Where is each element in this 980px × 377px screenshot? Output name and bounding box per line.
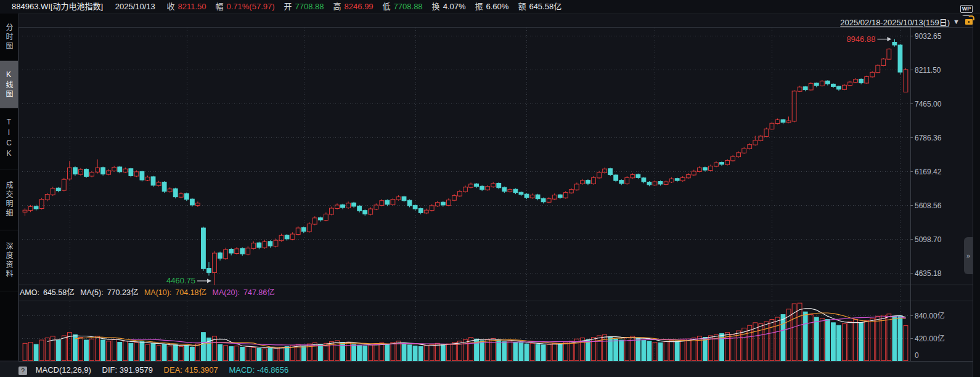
vol-ma5-label: MA(5): (80, 288, 104, 297)
quote-field-label: 额 (518, 2, 526, 11)
svg-text:4635.18: 4635.18 (915, 269, 942, 278)
expand-panel-tab[interactable]: » (964, 237, 973, 274)
macd-value: -46.8656 (257, 365, 288, 375)
quote-field-label: 收 (166, 2, 174, 11)
svg-text:9032.65: 9032.65 (915, 32, 942, 41)
help-icon[interactable]: ? (18, 367, 27, 375)
svg-text:6169.42: 6169.42 (915, 168, 942, 176)
kline-volume-chart[interactable]: 9032.658211.507465.006786.366169.425608.… (0, 0, 980, 377)
vol-ma10-label: MA(10): (144, 288, 171, 297)
quote-field-value: 6.60% (486, 2, 509, 11)
wp-logo-icon[interactable]: WP (959, 2, 974, 16)
sidebar-tab-label: TICK (5, 118, 14, 160)
sidebar-tab-成交明细[interactable]: 成交明细 (0, 169, 18, 230)
sidebar-tab-深度资料[interactable]: 深度资料 (0, 230, 18, 291)
sidebar-tab-label: 深度资料 (4, 242, 14, 279)
quote-field-label: 高 (333, 2, 341, 11)
macd-name: MACD(12,26,9) (36, 365, 91, 375)
svg-text:0: 0 (915, 351, 919, 360)
lock-icon[interactable] (965, 19, 973, 25)
terminal-window: { "top_bar": { "symbol": "884963.WI[动力电池… (0, 0, 980, 377)
svg-text:8946.88: 8946.88 (846, 34, 875, 44)
wp-logo-stand (962, 13, 971, 16)
quote-date: 2025/10/13 (115, 2, 155, 11)
vol-ma20-label: MA(20): (213, 288, 240, 297)
quote-field-value: 8211.50 (178, 2, 206, 11)
quote-field-label: 换 (432, 2, 440, 11)
left-sidebar: 分时图K线图TICK成交明细深度资料 (0, 14, 18, 360)
dif-value: 391.9579 (120, 365, 153, 375)
macd-label: MACD: (229, 365, 255, 375)
quote-field-value: 0.71%(57.97) (227, 2, 275, 11)
macd-legend-bar: ? MACD(12,26,9) DIF: 391.9579 DEA: 415.3… (0, 362, 973, 377)
svg-text:6786.36: 6786.36 (915, 134, 942, 142)
svg-text:8211.50: 8211.50 (915, 66, 941, 75)
date-range-link[interactable]: 2025/02/18-2025/10/13(159日) (840, 16, 950, 28)
svg-text:5608.56: 5608.56 (915, 201, 942, 210)
quote-field-label: 低 (383, 2, 391, 11)
svg-text:7465.00: 7465.00 (915, 100, 942, 108)
symbol-title: 884963.WI[动力电池指数] (12, 2, 103, 11)
quote-field-label: 振 (475, 2, 483, 11)
dea-value: 415.3907 (185, 365, 218, 375)
sidebar-tab-label: K线图 (4, 70, 14, 99)
date-range-row: 2025/02/18-2025/10/13(159日) ▼ (840, 16, 973, 27)
vol-ma5-value: 770.23亿 (107, 288, 139, 297)
dif-label: DIF: (102, 365, 118, 375)
chevron-down-icon[interactable]: ▼ (953, 18, 960, 25)
chevron-right-icon: » (966, 252, 970, 259)
amo-label: AMO: (20, 288, 39, 297)
volume-legend: AMO:645.58亿 MA(5):770.23亿 MA(10):704.18亿… (20, 285, 279, 300)
quote-field-value: 8246.99 (345, 2, 374, 11)
quote-field-value: 645.58亿 (529, 2, 561, 11)
right-edge-strip (973, 0, 980, 377)
sidebar-tab-label: 分时图 (4, 23, 14, 51)
amo-value: 645.58亿 (43, 288, 75, 297)
svg-text:4460.75: 4460.75 (166, 276, 195, 285)
svg-text:5098.70: 5098.70 (915, 235, 942, 244)
top-quote-bar: 884963.WI[动力电池指数] 2025/10/13 收8211.50幅0.… (0, 0, 980, 14)
sidebar-tab-label: 成交明细 (4, 181, 14, 218)
quote-field-label: 开 (284, 2, 292, 11)
dea-label: DEA: (164, 365, 182, 375)
vol-ma10-value: 704.18亿 (175, 288, 206, 297)
quote-fields: 收8211.50幅0.71%(57.97)开7708.88高8246.99低77… (157, 2, 561, 11)
sidebar-tab-K线图[interactable]: K线图 (0, 61, 18, 108)
sidebar-tab-TICK[interactable]: TICK (0, 108, 18, 169)
wp-logo-text: WP (960, 5, 973, 13)
quote-field-label: 幅 (215, 2, 223, 11)
quote-field-value: 7708.88 (394, 2, 423, 11)
quote-field-value: 4.07% (443, 2, 466, 11)
quote-field-value: 7708.88 (295, 2, 324, 11)
vol-ma20-value: 747.86亿 (243, 288, 275, 297)
sidebar-tab-分时图[interactable]: 分时图 (0, 14, 18, 61)
svg-text:420.00亿: 420.00亿 (915, 334, 945, 343)
svg-text:840.00亿: 840.00亿 (915, 311, 945, 320)
